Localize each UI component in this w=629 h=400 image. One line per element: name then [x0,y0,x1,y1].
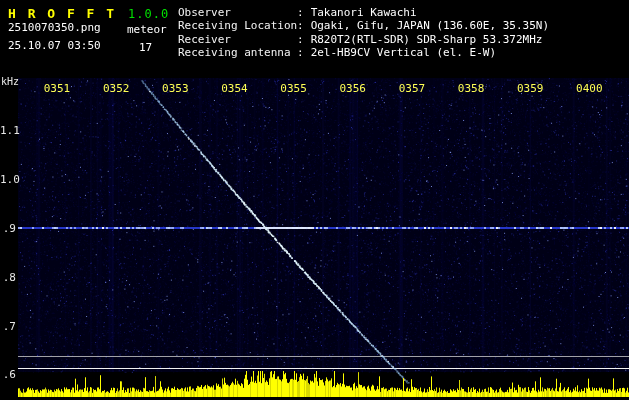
time-tick-label: 0358 [458,82,485,95]
spectrogram-canvas [0,0,629,400]
info-separator: : [297,6,304,19]
time-tick-label: 0359 [517,82,544,95]
time-tick-label: 0356 [340,82,367,95]
info-label: Receiver [178,33,297,46]
info-value: R820T2(RTL-SDR) SDR-Sharp 53.372MHz [311,33,543,46]
hrofft-screen: H R O F F T1.0.0 2510070350.png meteor 2… [0,0,629,400]
info-label: Observer [178,6,297,19]
info-value: Ogaki, Gifu, JAPAN (136.60E, 35.35N) [311,19,549,32]
info-row-observer: Observer:Takanori Kawachi [178,6,549,19]
freq-axis-unit-label: kHz [1,76,19,87]
info-separator: : [297,19,304,32]
time-tick-label: 0352 [103,82,130,95]
freq-tick-label: 1.1 [0,124,16,137]
info-row-antenna: Receiving antenna:2el-HB9CV Vertical (el… [178,46,549,59]
info-row-receiver: Receiver:R820T2(RTL-SDR) SDR-Sharp 53.37… [178,33,549,46]
info-separator: : [297,46,304,59]
info-separator: : [297,33,304,46]
datetime-label: 25.10.07 03:50 [8,39,101,52]
freq-tick-label: 1.0 [0,173,16,186]
time-tick-label: 0353 [162,82,189,95]
time-tick-label: 0351 [44,82,71,95]
freq-tick-label: .7 [0,320,16,333]
observer-info-block: Observer:Takanori Kawachi Receiving Loca… [178,6,549,60]
time-tick-label: 0354 [221,82,248,95]
time-tick-label: 0400 [576,82,603,95]
time-tick-label: 0355 [280,82,307,95]
app-version: 1.0.0 [128,7,169,21]
freq-tick-label: .6 [0,368,16,381]
output-filename: 2510070350.png [8,21,101,34]
mode-label: meteor [127,23,167,36]
time-tick-label: 0357 [399,82,426,95]
info-row-location: Receiving Location:Ogaki, Gifu, JAPAN (1… [178,19,549,32]
title-line: H R O F F T1.0.0 [8,3,169,22]
info-value: Takanori Kawachi [311,6,417,19]
freq-tick-label: .9 [0,222,16,235]
info-label: Receiving antenna [178,46,297,59]
app-title: H R O F F T [8,6,116,21]
info-value: 2el-HB9CV Vertical (el. E-W) [311,46,496,59]
freq-tick-label: .8 [0,271,16,284]
echo-count: 17 [139,41,152,54]
info-label: Receiving Location [178,19,297,32]
